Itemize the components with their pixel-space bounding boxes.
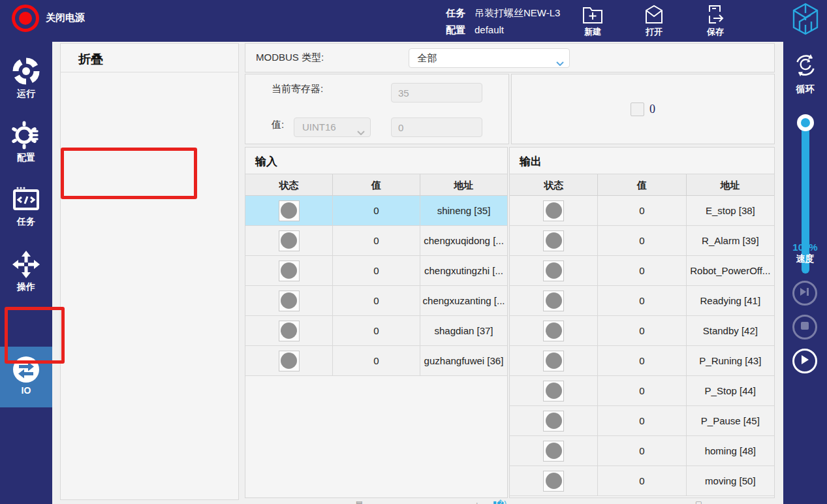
row-value: 0 bbox=[598, 346, 686, 375]
power-off-button[interactable] bbox=[12, 5, 39, 32]
open-button[interactable]: 打开 bbox=[636, 3, 672, 38]
output-table-row[interactable]: 0 P_Runing [43] bbox=[510, 346, 774, 376]
modbus-type-select[interactable]: 全部 bbox=[409, 48, 570, 68]
row-value: 0 bbox=[333, 346, 420, 375]
coil-value: 0 bbox=[649, 102, 655, 116]
output-table-row[interactable]: 0 moving [50] bbox=[510, 466, 774, 496]
output-table-row[interactable]: 0 homing [48] bbox=[510, 436, 774, 466]
status-led-box bbox=[279, 351, 300, 371]
status-led-box bbox=[279, 230, 300, 251]
row-address: chengxuzanting [... bbox=[420, 286, 507, 315]
input-table-panel: 输入 状态 值 地址 0 shineng [35] 0 chengxuqidon… bbox=[245, 147, 508, 498]
move-arrows-icon bbox=[0, 249, 52, 279]
row-address: shineng [35] bbox=[420, 196, 507, 225]
loop-cycle-icon bbox=[792, 69, 819, 80]
speed-slider-handle[interactable] bbox=[797, 114, 814, 131]
input-table-row[interactable]: 0 shagdian [37] bbox=[245, 316, 507, 346]
output-table-row[interactable]: 0 Standby [42] bbox=[510, 316, 774, 346]
left-sidebar: 运行 配置 任务 bbox=[0, 42, 52, 504]
chevron-down-icon bbox=[556, 57, 564, 68]
new-folder-icon bbox=[574, 4, 611, 25]
input-table-row[interactable]: 0 chengxuzanting [... bbox=[245, 286, 507, 316]
sidebar-item-config[interactable]: 配置 bbox=[0, 120, 52, 164]
status-led-icon bbox=[546, 262, 562, 279]
status-led-icon bbox=[546, 232, 562, 249]
current-register-label: 当前寄存器: bbox=[272, 83, 323, 95]
row-value: 0 bbox=[333, 316, 420, 345]
gear-icon bbox=[0, 120, 52, 150]
speed-label: 速度 bbox=[783, 253, 827, 265]
output-table-header: 状态 值 地址 bbox=[510, 174, 774, 196]
output-table-row[interactable]: 0 P_Stop [44] bbox=[510, 376, 774, 406]
sidebar-item-run[interactable]: 运行 bbox=[0, 56, 52, 100]
run-icon bbox=[0, 56, 52, 86]
input-table-row[interactable]: 0 chengxuqidong [... bbox=[245, 226, 507, 256]
row-value: 0 bbox=[598, 196, 686, 225]
col-status: 状态 bbox=[510, 174, 598, 195]
row-value: 0 bbox=[333, 256, 420, 285]
status-led-box bbox=[543, 411, 564, 432]
save-button[interactable]: 保存 bbox=[697, 3, 734, 38]
input-table-row[interactable]: 0 shineng [35] bbox=[245, 196, 507, 226]
output-table-row[interactable]: 0 E_stop [38] bbox=[510, 196, 774, 226]
status-led-icon bbox=[281, 323, 297, 339]
coil-panel: 0 bbox=[511, 74, 775, 144]
output-table-row[interactable]: 0 R_Alarm [39] bbox=[510, 226, 774, 256]
col-value: 值 bbox=[333, 174, 420, 195]
status-led-icon bbox=[546, 353, 562, 369]
sidebar-item-operate[interactable]: 操作 bbox=[0, 249, 52, 293]
output-table-panel: 输出 状态 值 地址 0 E_stop [38] 0 R_Alarm [39] … bbox=[509, 147, 775, 498]
skip-to-end-button[interactable] bbox=[792, 281, 817, 306]
status-led-box bbox=[543, 321, 564, 341]
chevron-down-icon bbox=[357, 126, 365, 137]
status-led-box bbox=[543, 471, 564, 492]
status-led-box bbox=[543, 381, 564, 402]
speed-percent: 100% bbox=[783, 242, 827, 253]
output-title: 输出 bbox=[510, 148, 774, 174]
status-led-icon bbox=[546, 473, 562, 489]
io-exchange-icon bbox=[0, 356, 52, 383]
stop-icon bbox=[800, 321, 809, 333]
sidebar-item-io[interactable]: IO bbox=[0, 347, 52, 407]
input-table-row[interactable]: 0 guzhangfuwei [36] bbox=[245, 346, 507, 376]
row-address: homing [48] bbox=[687, 436, 774, 465]
input-table-row[interactable]: 0 chengxutingzhi [... bbox=[245, 256, 507, 286]
status-led-icon bbox=[281, 262, 297, 279]
status-led-box bbox=[543, 441, 564, 462]
output-table-row[interactable]: 0 P_Pause [45] bbox=[510, 406, 774, 436]
bottom-toolbar-strip: ▤ ＋ ▮�) ▢ ＋ bbox=[245, 499, 777, 504]
play-icon bbox=[800, 354, 810, 368]
skip-to-end-icon bbox=[799, 287, 811, 300]
new-button[interactable]: 新建 bbox=[574, 3, 611, 38]
config-value: default bbox=[475, 24, 504, 35]
play-button[interactable] bbox=[792, 349, 817, 373]
top-bar: 关闭电源 任务吊装打螺丝NEW-L3 配置default 新建 打开 bbox=[0, 0, 827, 42]
save-icon bbox=[697, 4, 734, 25]
coil-checkbox[interactable] bbox=[631, 102, 644, 116]
row-address: Standby [42] bbox=[687, 316, 774, 345]
input-title: 输入 bbox=[245, 148, 507, 174]
row-value: 0 bbox=[598, 316, 686, 345]
right-sidebar: 循环 100% 速度 bbox=[783, 40, 827, 504]
value-type-select[interactable]: UINT16 bbox=[294, 118, 371, 137]
status-led-icon bbox=[546, 443, 562, 459]
row-address: E_stop [38] bbox=[687, 196, 774, 225]
status-led-box bbox=[543, 351, 564, 371]
current-register-input[interactable] bbox=[391, 83, 482, 102]
row-value: 0 bbox=[598, 436, 686, 465]
loop-button[interactable]: 循环 bbox=[783, 52, 827, 95]
output-table-row[interactable]: 0 Robot_PowerOff... bbox=[510, 256, 774, 286]
config-label: 配置 bbox=[446, 24, 465, 35]
config-row: 配置default bbox=[446, 24, 504, 37]
row-address: chengxutingzhi [... bbox=[420, 256, 507, 285]
output-table-row[interactable]: 0 Readying [41] bbox=[510, 286, 774, 316]
status-led-icon bbox=[546, 413, 562, 429]
status-led-icon bbox=[546, 202, 562, 219]
sidebar-item-task[interactable]: 任务 bbox=[0, 185, 52, 228]
stop-button[interactable] bbox=[792, 315, 817, 339]
tree-collapse-header[interactable]: 折叠 bbox=[61, 44, 238, 72]
status-led-box bbox=[279, 200, 300, 221]
value-input[interactable] bbox=[391, 118, 482, 137]
status-led-box bbox=[279, 260, 300, 281]
row-address: shagdian [37] bbox=[420, 316, 507, 345]
